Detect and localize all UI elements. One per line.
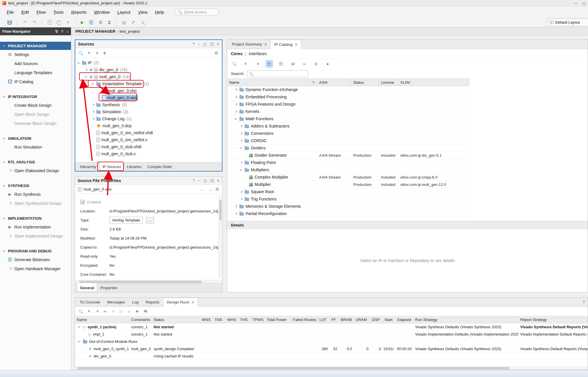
web-icon[interactable] [312,60,319,67]
search-icon[interactable] [79,309,83,313]
catalog-row-ip[interactable]: Complex MultiplierAXI4-StreamProductionI… [227,174,469,181]
catalog-row-ip[interactable]: MultiplierProductionIncludedxilinx.com:i… [227,181,469,188]
maximize-icon[interactable] [203,42,207,46]
tab-ip-sources[interactable]: IP Sources [99,162,124,171]
reset-runs-icon[interactable] [104,309,107,313]
tree-row-vho[interactable]: mult_gen_0.vho [75,87,222,94]
catalog-row[interactable]: Kernels [227,108,469,115]
chevron-right-icon[interactable] [239,132,243,135]
column-start[interactable]: Start [383,316,396,323]
catalog-row[interactable]: Floating Point [227,159,469,166]
chevron-right-icon[interactable] [239,161,243,165]
sidebar-item-program-and-debug[interactable]: PROGRAM AND DEBUG [0,247,71,255]
column-license[interactable]: License [379,79,398,86]
chevron-right-icon[interactable] [234,205,238,208]
run-row-div-gen[interactable]: div_gen_0 Using cached IP results [75,352,588,360]
float-icon[interactable] [210,179,214,182]
tree-row-simulation[interactable]: Simulation(3) [75,108,222,115]
sidebar-item-simulation[interactable]: SIMULATION [0,134,71,142]
tab-project-summary[interactable]: Project Summary [228,40,270,49]
tab-properties[interactable]: Properties [97,284,120,292]
chevron-right-icon[interactable] [8,201,12,205]
copy-icon[interactable] [57,20,61,25]
menu-edit[interactable]: Edit [18,8,33,16]
menu-flow[interactable]: Flow [33,8,50,16]
collapse-all-icon[interactable] [87,52,92,54]
expand-all-icon[interactable] [95,52,99,54]
chevron-down-icon[interactable] [84,75,88,79]
tree-row-change-log[interactable]: Change Log(1) [75,115,222,122]
delete-icon[interactable] [67,20,69,25]
menu-layout[interactable]: Layout [114,8,134,16]
collapse-all-icon[interactable] [242,60,249,67]
chevron-down-icon[interactable] [77,325,81,329]
tab-messages[interactable]: Messages [104,298,129,306]
column-status[interactable]: Status [152,316,200,323]
sidebar-item-language-templates[interactable]: Language Templates [0,68,71,77]
chevron-down-icon[interactable] [77,340,81,343]
menu-file[interactable]: File [3,8,18,16]
step-back-icon[interactable] [112,309,114,313]
catalog-row[interactable]: Math Functions [227,115,469,123]
close-icon[interactable] [192,300,194,304]
chevron-right-icon[interactable] [239,197,243,201]
forward-icon[interactable] [208,187,212,191]
close-icon[interactable] [217,42,219,46]
open-report-icon[interactable] [48,20,51,25]
column-vlnv[interactable]: VLNV [398,79,469,86]
stop-icon[interactable] [324,60,331,67]
column-report-strategy[interactable]: Report Strategy [519,316,588,323]
catalog-row[interactable]: Trig Functions [227,196,469,203]
catalog-row[interactable]: FPGA Features and Design [227,101,469,108]
probe-icon[interactable] [141,20,145,25]
catalog-row-ip[interactable]: Divider GeneratorAXI4-StreamProductionIn… [227,152,469,159]
chevron-right-icon[interactable] [234,88,238,92]
tab-ip-catalog[interactable]: IP Catalog [270,40,301,49]
catalog-search-box[interactable] [247,70,308,77]
tree-row-instantiation-template[interactable]: Instantiation Template(2) [75,80,222,87]
undo-icon[interactable] [23,20,27,25]
column-tpws[interactable]: TPWS [251,316,265,323]
tree-row-mult-gen[interactable]: mult_gen_0(14) [75,73,222,80]
chevron-down-icon[interactable] [239,146,243,150]
chevron-right-icon[interactable] [91,103,95,107]
chevron-down-icon[interactable] [2,137,6,140]
quick-access-box[interactable] [175,8,219,15]
tab-reports[interactable]: Reports [142,298,163,306]
column-dsp[interactable]: DSP [370,316,383,323]
sidebar-item-open-hardware-manager[interactable]: Open Hardware Manager [0,264,71,273]
chevron-right-icon[interactable] [239,139,243,143]
catalog-row[interactable]: Square Root [227,188,469,196]
close-icon[interactable] [265,42,267,46]
quick-access-input[interactable] [184,10,213,14]
vertical-scrollbar[interactable] [218,196,222,278]
menu-help[interactable]: Help [151,8,168,16]
column-uram[interactable]: URAM [354,316,370,323]
tab-libraries[interactable]: Libraries [124,163,145,171]
column-elapsed[interactable]: Elapsed [396,316,413,323]
minimize-button[interactable] [574,1,577,5]
column-lut[interactable]: LUT [318,316,330,323]
tree-row-veo[interactable]: mult_gen_0.veo [75,94,222,101]
chevron-right-icon[interactable] [239,124,243,128]
flownav-help-icon[interactable] [61,29,63,33]
tab-general[interactable]: General [77,283,97,292]
column-status[interactable]: Status [351,79,379,86]
catalog-row[interactable]: Embedded Processing [227,93,469,101]
tree-row-ip[interactable]: IP(2) [75,59,222,66]
save-icon[interactable] [8,20,12,25]
catalog-row[interactable]: Memories & Storage Elements [227,203,469,210]
catalog-search-input[interactable] [255,71,302,76]
layout-selector[interactable]: Default Layout [547,18,588,26]
link-icon[interactable] [301,60,308,67]
percent-icon[interactable] [144,309,147,313]
type-more-button[interactable]: … [146,217,154,224]
gear-icon[interactable] [215,51,218,55]
back-icon[interactable] [200,187,205,191]
run-row-ooc-group[interactable]: Out-of-Context Module Runs [75,338,588,345]
edit-icon[interactable] [131,20,135,25]
chevron-down-icon[interactable] [77,61,81,65]
chevron-down-icon[interactable] [2,249,6,253]
chevron-right-icon[interactable] [234,102,238,106]
close-icon[interactable] [295,42,298,47]
